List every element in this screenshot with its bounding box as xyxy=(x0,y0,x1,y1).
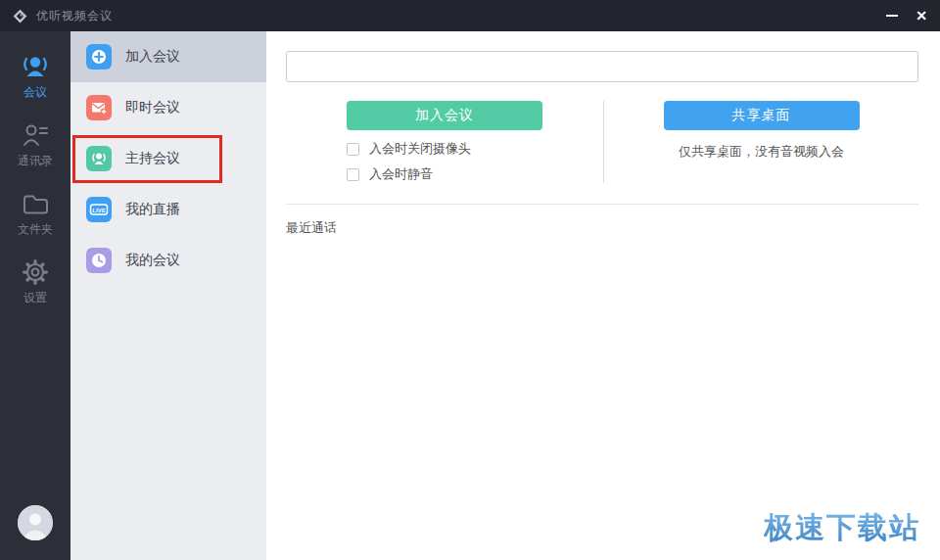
join-meeting-icon xyxy=(86,44,112,70)
main-panel: 加入会议 入会时关闭摄像头 入会时静音 共享桌面 仅共享桌面，没有音视频入会 最… xyxy=(266,31,940,560)
site-watermark: 极速下载站 xyxy=(764,508,920,548)
minimize-button[interactable] xyxy=(877,0,907,31)
live-icon: LIVE xyxy=(86,197,112,222)
close-button[interactable]: ✕ xyxy=(907,0,936,31)
instant-meeting-icon xyxy=(86,95,112,120)
checkbox-label: 入会时关闭摄像头 xyxy=(369,140,471,158)
nav-item-label: 设置 xyxy=(24,290,47,306)
mute-checkbox[interactable] xyxy=(347,168,359,181)
menu-item-host-meeting[interactable]: 主持会议 xyxy=(70,133,266,184)
recent-calls-label: 最近通话 xyxy=(286,219,940,237)
nav-rail: 会议 通讯录 文件夹 xyxy=(0,31,70,560)
user-avatar[interactable] xyxy=(18,505,53,540)
nav-item-folder[interactable]: 文件夹 xyxy=(0,181,70,250)
actions-row: 加入会议 入会时关闭摄像头 入会时静音 共享桌面 仅共享桌面，没有音视频入会 xyxy=(266,101,940,183)
share-desktop-button[interactable]: 共享桌面 xyxy=(664,101,860,130)
nav-item-meetings[interactable]: 会议 xyxy=(0,44,70,113)
folder-icon xyxy=(21,191,50,216)
meeting-menu: 加入会议 即时会议 xyxy=(70,31,266,560)
menu-item-my-live[interactable]: LIVE 我的直播 xyxy=(70,184,266,235)
title-bar: 优听视频会议 ✕ xyxy=(0,0,940,31)
menu-item-label: 加入会议 xyxy=(125,48,180,66)
nav-item-label: 文件夹 xyxy=(18,221,53,238)
meeting-people-icon xyxy=(21,54,50,79)
contacts-icon xyxy=(21,122,50,148)
checkbox-row-mute[interactable]: 入会时静音 xyxy=(347,165,542,183)
menu-item-label: 即时会议 xyxy=(125,99,180,117)
nav-item-label: 通讯录 xyxy=(18,153,53,169)
nav-item-contacts[interactable]: 通讯录 xyxy=(0,113,70,181)
disable-camera-checkbox[interactable] xyxy=(347,143,359,156)
menu-item-label: 我的会议 xyxy=(125,252,180,269)
share-column: 共享桌面 仅共享桌面，没有音视频入会 xyxy=(603,101,940,183)
nav-item-settings[interactable]: 设置 xyxy=(0,250,70,318)
window-title: 优听视频会议 xyxy=(36,8,113,24)
checkbox-row-disable-camera[interactable]: 入会时关闭摄像头 xyxy=(347,140,542,158)
menu-item-label: 我的直播 xyxy=(125,201,180,218)
menu-item-join-meeting[interactable]: 加入会议 xyxy=(70,31,266,82)
nav-item-label: 会议 xyxy=(24,84,47,101)
checkbox-label: 入会时静音 xyxy=(369,165,433,183)
window-controls: ✕ xyxy=(877,0,936,31)
menu-item-label: 主持会议 xyxy=(125,150,180,167)
app-logo-icon xyxy=(13,9,27,23)
host-meeting-icon xyxy=(86,146,112,171)
menu-item-instant-meeting[interactable]: 即时会议 xyxy=(70,82,266,133)
menu-item-my-meetings[interactable]: 我的会议 xyxy=(70,235,266,286)
join-meeting-button[interactable]: 加入会议 xyxy=(347,101,542,130)
join-column: 加入会议 入会时关闭摄像头 入会时静音 xyxy=(266,101,603,183)
my-meetings-icon xyxy=(86,248,112,273)
section-divider xyxy=(286,204,918,205)
svg-text:LIVE: LIVE xyxy=(92,208,105,213)
meeting-id-input[interactable] xyxy=(286,51,918,82)
share-desktop-note: 仅共享桌面，没有音视频入会 xyxy=(664,143,860,161)
settings-gear-icon xyxy=(21,259,50,285)
